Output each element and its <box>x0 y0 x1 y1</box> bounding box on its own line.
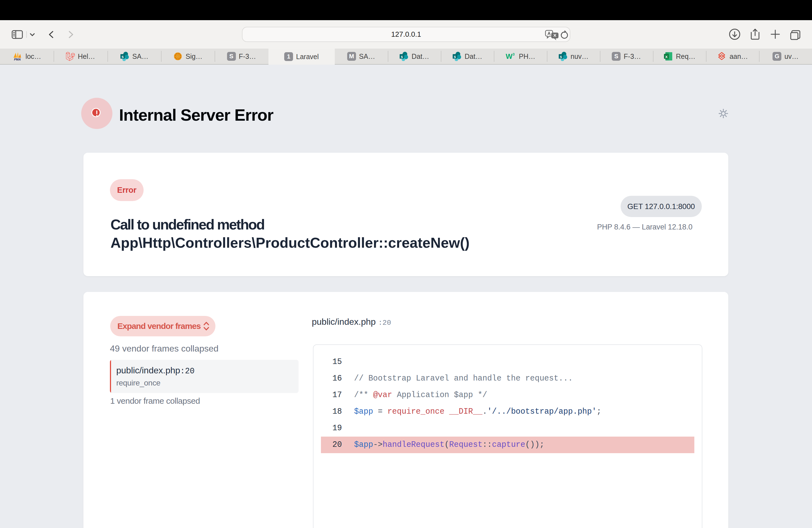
svg-text:PMA: PMA <box>14 58 21 61</box>
svg-text:s: s <box>454 54 456 59</box>
svg-text:s: s <box>401 54 403 59</box>
svg-text:s: s <box>560 54 562 59</box>
svg-text:x: x <box>665 54 668 59</box>
svg-text:3: 3 <box>512 52 514 56</box>
svg-text:W: W <box>506 52 512 60</box>
svg-text:s: s <box>121 54 124 59</box>
